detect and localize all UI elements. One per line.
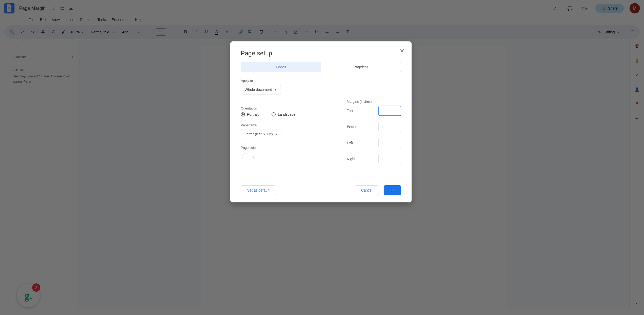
orientation-portrait-radio[interactable]: Portrait (241, 112, 259, 116)
margin-top-input[interactable] (378, 106, 401, 116)
margin-right-label: Right (347, 157, 355, 161)
set-as-default-button[interactable]: Set as default (241, 185, 276, 195)
tab-pages[interactable]: Pages (241, 62, 321, 72)
numbered-list-icon[interactable]: 1≡ (312, 27, 321, 37)
menu-bar: File Edit View Insert Format Tools Exten… (0, 17, 644, 24)
calendar-icon[interactable]: 📅 (633, 42, 641, 50)
account-avatar[interactable]: M (630, 3, 640, 13)
paper-size-label: Paper size (241, 123, 331, 127)
lock-icon: 🔒 (602, 6, 606, 10)
page-setup-dialog: Page setup ✕ Pages Pageless Apply to Who… (230, 41, 412, 202)
decrease-font-icon[interactable]: − (145, 27, 155, 37)
svg-rect-0 (8, 8, 10, 8)
menu-view[interactable]: View (49, 17, 62, 23)
margin-right-input[interactable] (378, 154, 401, 164)
apply-to-label: Apply to (241, 79, 401, 83)
hide-side-panel-icon[interactable]: › (633, 299, 641, 306)
align-icon[interactable]: ≡ (270, 27, 280, 37)
share-label: Share (608, 6, 618, 10)
italic-icon[interactable]: I (191, 27, 201, 37)
svg-rect-1 (8, 9, 10, 9)
doc-title[interactable]: Page Margin (18, 5, 47, 12)
zoom-select[interactable]: 100%▼ (69, 30, 85, 34)
close-icon[interactable]: ✕ (400, 48, 404, 54)
checklist-icon[interactable]: ☑ (291, 27, 301, 37)
cancel-button[interactable]: Cancel (355, 185, 379, 195)
text-color-icon[interactable]: A (212, 27, 221, 37)
menu-extensions[interactable]: Extensions (109, 17, 132, 23)
menu-format[interactable]: Format (78, 17, 94, 23)
tab-pageless[interactable]: Pageless (321, 62, 401, 72)
margin-left-input[interactable] (378, 138, 401, 148)
pencil-icon: ✎ (598, 30, 601, 34)
contacts-icon[interactable]: 👤 (633, 86, 641, 93)
menu-insert[interactable]: Insert (63, 17, 77, 23)
print-icon[interactable]: 🖶 (38, 27, 48, 37)
outline-back-icon[interactable]: ← (12, 43, 22, 52)
side-panel: 📅 💡 ✔ 👤 📍 + › (630, 40, 644, 309)
margin-bottom-input[interactable] (378, 122, 401, 132)
apply-to-select[interactable]: Whole document▼ (241, 85, 281, 94)
underline-icon[interactable]: U (202, 27, 211, 37)
star-icon[interactable]: ☆ (52, 5, 56, 11)
tasks-icon[interactable]: ✔ (633, 71, 641, 79)
search-menus-icon[interactable]: 🔍 (7, 27, 17, 37)
editing-mode-select[interactable]: ✎ Editing ▼ (595, 29, 623, 35)
decrease-indent-icon[interactable]: ⇤ (322, 27, 332, 37)
menu-help[interactable]: Help (132, 17, 145, 23)
bold-icon[interactable]: B (181, 27, 190, 37)
redo-icon[interactable]: ↷ (28, 27, 37, 37)
docs-logo-icon[interactable] (4, 3, 14, 13)
insert-image-icon[interactable]: 🖼 (257, 27, 266, 37)
grammarly-badge[interactable]: g. 2 (17, 284, 40, 307)
line-spacing-icon[interactable]: ⇵ (281, 27, 290, 37)
outline-heading: OUTLINE (12, 69, 74, 72)
page-color-select[interactable]: ▼ (241, 152, 256, 163)
outline-help-text: Headings you add to the document will ap… (12, 74, 74, 84)
add-summary-icon[interactable]: + (72, 55, 74, 59)
paper-size-select[interactable]: Letter (8.5" x 11")▼ (241, 129, 282, 139)
radio-checked-icon (241, 112, 245, 116)
meet-icon[interactable]: ▢▸ (580, 4, 590, 13)
undo-icon[interactable]: ↶ (18, 27, 27, 37)
maps-icon[interactable]: 📍 (633, 100, 641, 108)
clear-formatting-icon[interactable]: T (343, 27, 352, 37)
keep-icon[interactable]: 💡 (633, 57, 641, 64)
menu-tools[interactable]: Tools (95, 17, 108, 23)
get-addons-icon[interactable]: + (633, 115, 641, 122)
orientation-label: Orientation (241, 106, 331, 110)
hide-menus-icon[interactable]: ˆ (627, 27, 637, 37)
move-icon[interactable]: 🗀 (60, 5, 65, 11)
history-icon[interactable]: ↺ (550, 4, 560, 13)
add-comment-icon[interactable]: 🗨+ (246, 27, 256, 37)
paragraph-style-select[interactable]: Normal text▼ (89, 30, 116, 34)
spellcheck-icon[interactable]: Ă (49, 27, 58, 37)
increase-indent-icon[interactable]: ⇥ (333, 27, 342, 37)
dialog-title: Page setup (241, 50, 401, 57)
font-size-input[interactable]: 11 (156, 28, 166, 36)
outline-panel: ← Summary + OUTLINE Headings you add to … (0, 40, 78, 309)
share-button[interactable]: 🔒 Share (595, 4, 624, 13)
margin-bottom-label: Bottom (347, 125, 358, 129)
radio-unchecked-icon (272, 112, 276, 116)
summary-label: Summary (12, 55, 26, 59)
highlight-color-icon[interactable]: ✎ (222, 27, 232, 37)
font-select[interactable]: Arial▼ (120, 30, 141, 34)
svg-rect-2 (8, 10, 9, 10)
orientation-landscape-radio[interactable]: Landscape (272, 112, 296, 116)
menu-file[interactable]: File (26, 17, 37, 23)
paint-format-icon[interactable]: 🖌 (59, 27, 68, 37)
page-color-label: Page color (241, 146, 331, 150)
margins-label: Margins (inches) (347, 100, 401, 104)
color-swatch-icon (242, 153, 250, 161)
toolbar: 🔍 ↶ ↷ 🖶 Ă 🖌 100%▼ Normal text▼ Arial▼ − … (4, 25, 640, 39)
cloud-status-icon[interactable]: ☁ (68, 5, 73, 11)
ok-button[interactable]: OK (384, 185, 401, 195)
menu-edit[interactable]: Edit (38, 17, 49, 23)
insert-link-icon[interactable]: 🔗 (236, 27, 245, 37)
bulleted-list-icon[interactable]: •≡ (302, 27, 311, 37)
increase-font-icon[interactable]: + (167, 27, 177, 37)
margin-top-label: Top (347, 109, 353, 113)
grammarly-count: 2 (32, 283, 40, 292)
comments-icon[interactable]: 💬 (565, 4, 575, 13)
